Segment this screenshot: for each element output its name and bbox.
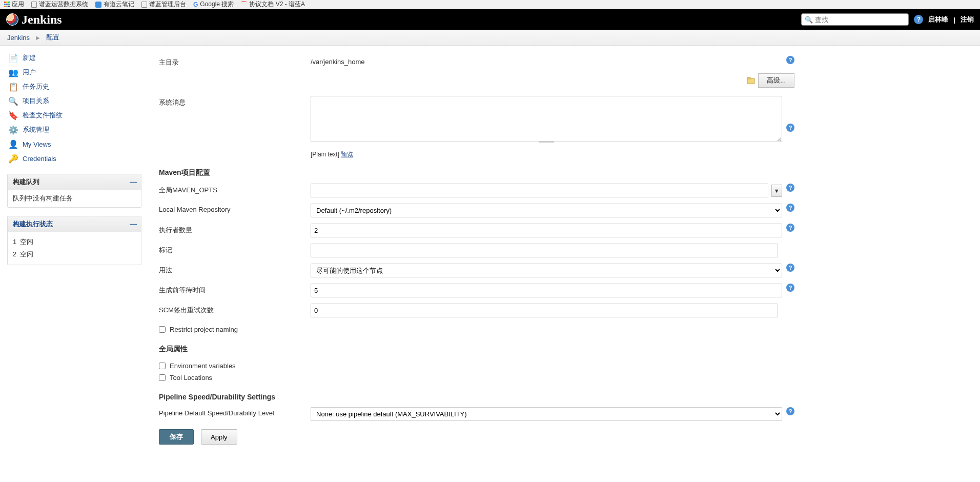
expand-button[interactable]: ▼ bbox=[771, 185, 782, 197]
sidebar-item-myviews[interactable]: 👤My Views bbox=[7, 137, 141, 151]
help-icon[interactable]: ? bbox=[786, 184, 794, 192]
people-icon: 👥 bbox=[8, 68, 18, 77]
scm-retry-label: SCM签出重试次数 bbox=[159, 304, 311, 315]
pipeline-default-select[interactable]: None: use pipeline default (MAX_SURVIVAB… bbox=[311, 407, 782, 421]
file-icon bbox=[141, 2, 147, 8]
sidebar-item-new[interactable]: 📄新建 bbox=[7, 51, 141, 65]
bookmark-item[interactable]: ⌒协议文档 V2 - 谱蓝A bbox=[241, 0, 305, 9]
breadcrumb: Jenkins ▶ 配置 bbox=[0, 30, 980, 46]
preview-link[interactable]: 预览 bbox=[341, 151, 353, 158]
executor-title[interactable]: 构建执行状态 bbox=[13, 219, 53, 229]
key-icon: 🔑 bbox=[8, 154, 18, 163]
pipeline-default-label: Pipeline Default Speed/Durability Level bbox=[159, 407, 311, 417]
sidebar-item-relations[interactable]: 🔍项目关系 bbox=[7, 94, 141, 108]
env-vars-checkbox[interactable] bbox=[159, 363, 166, 369]
chevron-right-icon: ▶ bbox=[36, 35, 40, 41]
bookmark-item[interactable]: GGoogle 搜索 bbox=[193, 0, 234, 9]
brand-text: Jenkins bbox=[22, 13, 62, 27]
bookmark-label: 协议文档 V2 - 谱蓝A bbox=[249, 0, 305, 9]
help-icon[interactable]: ? bbox=[786, 224, 794, 232]
sidebar-item-label: 用户 bbox=[23, 68, 36, 77]
usage-label: 用法 bbox=[159, 264, 311, 275]
restrict-naming-label: Restrict project naming bbox=[170, 326, 238, 333]
collapse-icon[interactable]: — bbox=[130, 220, 136, 228]
apply-button[interactable]: Apply bbox=[201, 429, 237, 445]
help-icon[interactable]: ? bbox=[786, 56, 794, 64]
apps-label: 应用 bbox=[12, 0, 24, 9]
tool-locations-label: Tool Locations bbox=[170, 374, 212, 381]
help-icon[interactable]: ? bbox=[786, 284, 794, 292]
build-queue-empty: 队列中没有构建任务 bbox=[13, 194, 136, 203]
jenkins-logo-icon bbox=[6, 13, 18, 26]
sidebar-item-credentials[interactable]: 🔑Credentials bbox=[7, 151, 141, 166]
bookmark-label: Google 搜索 bbox=[200, 0, 234, 9]
help-icon[interactable]: ? bbox=[786, 124, 794, 132]
system-message-textarea[interactable] bbox=[311, 96, 782, 142]
doc-icon: ⌒ bbox=[241, 0, 247, 9]
maven-opts-input[interactable] bbox=[311, 184, 768, 197]
sidebar-item-label: My Views bbox=[23, 140, 51, 148]
search-input[interactable] bbox=[815, 16, 905, 24]
maven-opts-label: 全局MAVEN_OPTS bbox=[159, 184, 311, 195]
youdao-icon bbox=[95, 2, 101, 8]
main-content: 主目录 /var/jenkins_home ? 高级... 系统消息 [Plai… bbox=[149, 46, 980, 455]
local-maven-repo-label: Local Maven Repository bbox=[159, 204, 311, 213]
resize-handle[interactable] bbox=[311, 141, 782, 144]
user-link[interactable]: 启林峰 bbox=[928, 15, 948, 24]
executor-panel: 构建执行状态 — 1 空闲 2 空闲 bbox=[7, 216, 141, 265]
executor-row: 2 空闲 bbox=[13, 248, 136, 260]
gear-icon: ⚙️ bbox=[8, 125, 18, 134]
bookmark-item[interactable]: 谱蓝管理后台 bbox=[141, 0, 186, 9]
executor-status: 空闲 bbox=[20, 238, 33, 246]
system-message-label: 系统消息 bbox=[159, 96, 311, 107]
file-icon bbox=[31, 2, 37, 8]
restrict-naming-checkbox[interactable] bbox=[159, 326, 166, 333]
search-box[interactable]: 🔍 bbox=[801, 13, 909, 26]
new-icon: 📄 bbox=[8, 53, 18, 63]
help-icon[interactable]: ? bbox=[914, 15, 923, 24]
quiet-period-input[interactable] bbox=[311, 284, 782, 297]
advanced-button[interactable]: 高级... bbox=[758, 73, 794, 88]
sidebar-item-history[interactable]: 📋任务历史 bbox=[7, 79, 141, 94]
jenkins-logo[interactable]: Jenkins bbox=[6, 13, 62, 27]
help-icon[interactable]: ? bbox=[786, 407, 794, 415]
usage-select[interactable]: 尽可能的使用这个节点 bbox=[311, 264, 782, 277]
sidebar-item-manage[interactable]: ⚙️系统管理 bbox=[7, 123, 141, 137]
scm-retry-input[interactable] bbox=[311, 304, 778, 317]
env-vars-label: Environment variables bbox=[170, 362, 236, 370]
sidebar-item-label: 任务历史 bbox=[23, 82, 49, 91]
bookmark-label: 谱蓝运营数据系统 bbox=[39, 0, 88, 9]
sidebar-item-label: 新建 bbox=[23, 53, 36, 63]
sidebar-tasks: 📄新建 👥用户 📋任务历史 🔍项目关系 🔖检查文件指纹 ⚙️系统管理 👤My V… bbox=[7, 51, 141, 166]
sidebar-item-fingerprint[interactable]: 🔖检查文件指纹 bbox=[7, 108, 141, 123]
apps-button[interactable]: 应用 bbox=[4, 0, 24, 9]
bookmarks-bar: 应用 谱蓝运营数据系统 有道云笔记 谱蓝管理后台 GGoogle 搜索 ⌒协议文… bbox=[0, 0, 980, 9]
tool-locations-checkbox[interactable] bbox=[159, 374, 166, 381]
bookmark-item[interactable]: 谱蓝运营数据系统 bbox=[31, 0, 88, 9]
sidebar-item-label: 检查文件指纹 bbox=[23, 111, 63, 120]
local-maven-repo-select[interactable]: Default (~/.m2/repository) bbox=[311, 204, 782, 217]
apps-icon bbox=[4, 2, 10, 7]
executors-input[interactable] bbox=[311, 224, 782, 237]
home-dir-value: /var/jenkins_home bbox=[311, 56, 365, 66]
sidebar-item-label: Credentials bbox=[23, 155, 56, 163]
executor-num: 1 bbox=[13, 238, 16, 246]
logout-link[interactable]: 注销 bbox=[961, 15, 974, 24]
plain-text-label: [Plain text] bbox=[311, 151, 341, 158]
help-icon[interactable]: ? bbox=[786, 204, 794, 212]
search-icon: 🔍 bbox=[805, 16, 813, 24]
top-header: Jenkins 🔍 ? 启林峰 | 注销 bbox=[0, 9, 980, 30]
sidebar-item-people[interactable]: 👥用户 bbox=[7, 65, 141, 79]
save-button[interactable]: 保存 bbox=[159, 429, 194, 445]
build-queue-title: 构建队列 bbox=[13, 177, 39, 187]
bookmark-label: 谱蓝管理后台 bbox=[149, 0, 186, 9]
search-icon: 🔍 bbox=[8, 96, 18, 106]
svg-rect-1 bbox=[747, 77, 750, 79]
collapse-icon[interactable]: — bbox=[130, 178, 136, 186]
breadcrumb-page[interactable]: 配置 bbox=[46, 33, 59, 42]
help-icon[interactable]: ? bbox=[786, 264, 794, 272]
bookmark-item[interactable]: 有道云笔记 bbox=[95, 0, 134, 9]
labels-input[interactable] bbox=[311, 244, 778, 257]
sidebar-item-label: 系统管理 bbox=[23, 125, 49, 134]
breadcrumb-root[interactable]: Jenkins bbox=[7, 34, 30, 42]
